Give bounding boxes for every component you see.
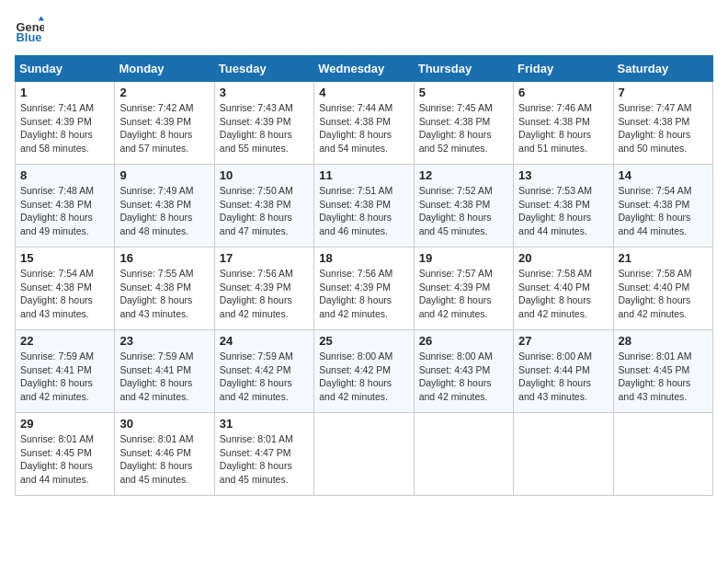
calendar-day-cell: 19 Sunrise: 7:57 AM Sunset: 4:39 PM Dayl… (414, 247, 513, 330)
calendar-day-cell: 31 Sunrise: 8:01 AM Sunset: 4:47 PM Dayl… (214, 413, 313, 496)
day-info: Sunrise: 7:42 AM Sunset: 4:39 PM Dayligh… (119, 101, 209, 155)
calendar-day-cell: 15 Sunrise: 7:54 AM Sunset: 4:38 PM Dayl… (16, 247, 115, 330)
calendar-day-cell: 29 Sunrise: 8:01 AM Sunset: 4:45 PM Dayl… (16, 413, 115, 496)
calendar-header: SundayMondayTuesdayWednesdayThursdayFrid… (16, 56, 713, 82)
calendar-week-row: 1 Sunrise: 7:41 AM Sunset: 4:39 PM Dayli… (16, 82, 713, 165)
daylight-label: Daylight: 8 hours and 42 minutes. (119, 377, 192, 402)
calendar-day-cell: 21 Sunrise: 7:58 AM Sunset: 4:40 PM Dayl… (613, 247, 712, 330)
daylight-label: Daylight: 8 hours and 45 minutes. (220, 460, 292, 485)
daylight-label: Daylight: 8 hours and 55 minutes. (220, 129, 292, 154)
sunset-label: Sunset: 4:39 PM (20, 116, 92, 127)
daylight-label: Daylight: 8 hours and 48 minutes. (119, 212, 192, 236)
calendar-day-cell: 17 Sunrise: 7:56 AM Sunset: 4:39 PM Dayl… (214, 247, 313, 330)
svg-text:Blue: Blue (17, 30, 42, 44)
sunset-label: Sunset: 4:39 PM (319, 282, 391, 293)
day-number: 9 (119, 168, 209, 182)
calendar-day-cell: 28 Sunrise: 8:01 AM Sunset: 4:45 PM Dayl… (613, 330, 712, 413)
day-number: 21 (619, 251, 708, 265)
calendar-body: 1 Sunrise: 7:41 AM Sunset: 4:39 PM Dayli… (16, 82, 713, 496)
day-info: Sunrise: 7:49 AM Sunset: 4:38 PM Dayligh… (119, 184, 209, 238)
sunrise-label: Sunrise: 8:01 AM (220, 433, 293, 444)
sunrise-label: Sunrise: 8:00 AM (518, 350, 592, 362)
day-of-week-header: Thursday (414, 56, 513, 82)
day-info: Sunrise: 7:56 AM Sunset: 4:39 PM Dayligh… (220, 267, 309, 321)
days-of-week-row: SundayMondayTuesdayWednesdayThursdayFrid… (16, 56, 713, 82)
day-number: 14 (619, 168, 708, 182)
day-number: 20 (518, 251, 608, 265)
daylight-label: Daylight: 8 hours and 44 minutes. (518, 212, 591, 236)
day-number: 25 (319, 334, 408, 348)
sunrise-label: Sunrise: 7:53 AM (518, 185, 592, 196)
day-info: Sunrise: 7:58 AM Sunset: 4:40 PM Dayligh… (619, 267, 708, 321)
daylight-label: Daylight: 8 hours and 42 minutes. (220, 294, 292, 319)
day-info: Sunrise: 7:52 AM Sunset: 4:38 PM Dayligh… (419, 184, 508, 238)
sunrise-label: Sunrise: 8:00 AM (419, 350, 493, 362)
day-info: Sunrise: 8:00 AM Sunset: 4:42 PM Dayligh… (319, 350, 408, 404)
daylight-label: Daylight: 8 hours and 43 minutes. (619, 377, 691, 402)
daylight-label: Daylight: 8 hours and 50 minutes. (619, 129, 691, 154)
calendar-week-row: 22 Sunrise: 7:59 AM Sunset: 4:41 PM Dayl… (16, 330, 713, 413)
daylight-label: Daylight: 8 hours and 43 minutes. (20, 294, 93, 319)
day-number: 31 (220, 417, 309, 431)
sunset-label: Sunset: 4:38 PM (119, 199, 191, 210)
day-info: Sunrise: 7:41 AM Sunset: 4:39 PM Dayligh… (20, 101, 109, 155)
day-number: 27 (518, 334, 608, 348)
sunrise-label: Sunrise: 7:54 AM (619, 185, 692, 196)
day-info: Sunrise: 7:46 AM Sunset: 4:38 PM Dayligh… (518, 101, 608, 155)
day-info: Sunrise: 7:43 AM Sunset: 4:39 PM Dayligh… (220, 101, 309, 155)
day-number: 1 (20, 86, 109, 99)
calendar-day-cell: 8 Sunrise: 7:48 AM Sunset: 4:38 PM Dayli… (16, 165, 115, 247)
day-number: 29 (20, 417, 109, 431)
logo: General Blue (15, 15, 44, 44)
daylight-label: Daylight: 8 hours and 44 minutes. (20, 460, 93, 485)
sunrise-label: Sunrise: 7:48 AM (20, 185, 94, 196)
sunrise-label: Sunrise: 7:46 AM (518, 102, 592, 113)
daylight-label: Daylight: 8 hours and 58 minutes. (20, 129, 93, 154)
sunrise-label: Sunrise: 8:00 AM (319, 350, 392, 362)
sunset-label: Sunset: 4:38 PM (518, 199, 590, 210)
daylight-label: Daylight: 8 hours and 54 minutes. (319, 129, 392, 154)
calendar-day-cell: 12 Sunrise: 7:52 AM Sunset: 4:38 PM Dayl… (414, 165, 513, 247)
sunset-label: Sunset: 4:38 PM (619, 199, 690, 210)
daylight-label: Daylight: 8 hours and 52 minutes. (419, 129, 492, 154)
daylight-label: Daylight: 8 hours and 42 minutes. (319, 294, 392, 319)
daylight-label: Daylight: 8 hours and 42 minutes. (20, 377, 93, 402)
day-info: Sunrise: 8:01 AM Sunset: 4:45 PM Dayligh… (20, 432, 109, 487)
day-number: 19 (419, 251, 508, 265)
day-info: Sunrise: 7:59 AM Sunset: 4:42 PM Dayligh… (220, 350, 309, 404)
daylight-label: Daylight: 8 hours and 42 minutes. (518, 294, 591, 319)
sunrise-label: Sunrise: 7:56 AM (319, 268, 392, 279)
calendar-day-cell: 24 Sunrise: 7:59 AM Sunset: 4:42 PM Dayl… (214, 330, 313, 413)
sunrise-label: Sunrise: 7:45 AM (419, 102, 493, 113)
day-of-week-header: Tuesday (214, 56, 313, 82)
sunset-label: Sunset: 4:47 PM (220, 447, 291, 458)
logo-icon: General Blue (15, 15, 44, 44)
calendar-day-cell: 20 Sunrise: 7:58 AM Sunset: 4:40 PM Dayl… (514, 247, 613, 330)
day-of-week-header: Saturday (613, 56, 712, 82)
day-number: 5 (419, 86, 508, 99)
day-info: Sunrise: 7:54 AM Sunset: 4:38 PM Dayligh… (20, 267, 109, 321)
day-number: 6 (518, 86, 608, 99)
daylight-label: Daylight: 8 hours and 45 minutes. (119, 460, 192, 485)
day-number: 28 (619, 334, 708, 348)
day-info: Sunrise: 8:00 AM Sunset: 4:43 PM Dayligh… (419, 350, 508, 404)
day-number: 18 (319, 251, 408, 265)
sunrise-label: Sunrise: 7:59 AM (119, 350, 193, 362)
calendar-day-cell: 23 Sunrise: 7:59 AM Sunset: 4:41 PM Dayl… (115, 330, 214, 413)
day-number: 2 (119, 86, 209, 99)
sunrise-label: Sunrise: 7:41 AM (20, 102, 94, 113)
sunset-label: Sunset: 4:38 PM (518, 116, 590, 127)
sunset-label: Sunset: 4:40 PM (518, 282, 590, 293)
calendar-day-cell: 3 Sunrise: 7:43 AM Sunset: 4:39 PM Dayli… (214, 82, 313, 165)
sunset-label: Sunset: 4:39 PM (220, 282, 291, 293)
day-number: 26 (419, 334, 508, 348)
day-number: 8 (20, 168, 109, 182)
sunset-label: Sunset: 4:39 PM (220, 116, 291, 127)
daylight-label: Daylight: 8 hours and 43 minutes. (119, 294, 192, 319)
sunrise-label: Sunrise: 7:54 AM (20, 268, 94, 279)
day-info: Sunrise: 8:01 AM Sunset: 4:45 PM Dayligh… (619, 350, 708, 404)
sunset-label: Sunset: 4:38 PM (20, 282, 92, 293)
day-info: Sunrise: 7:58 AM Sunset: 4:40 PM Dayligh… (518, 267, 608, 321)
sunset-label: Sunset: 4:43 PM (419, 364, 491, 375)
day-number: 13 (518, 168, 608, 182)
